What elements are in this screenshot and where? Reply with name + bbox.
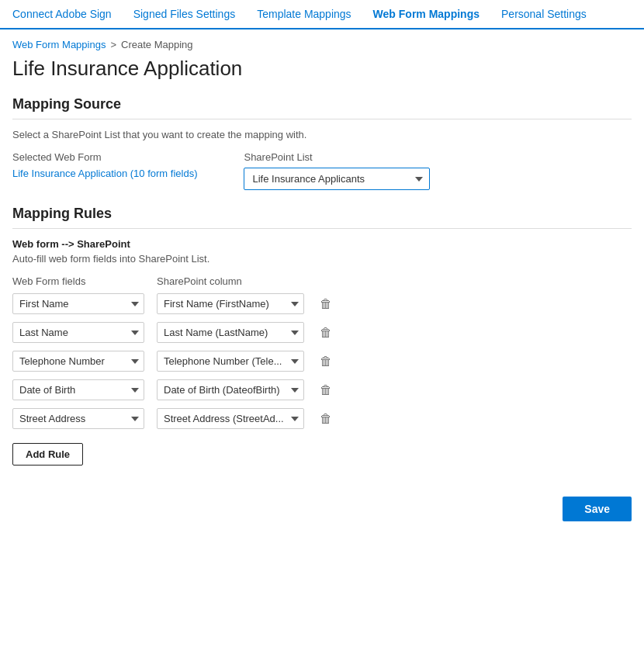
nav-web-form-mappings[interactable]: Web Form Mappings xyxy=(373,8,480,20)
selected-web-form-label: Selected Web Form xyxy=(12,151,197,163)
delete-rule-button-1[interactable]: 🗑 xyxy=(317,295,335,313)
delete-rule-button-5[interactable]: 🗑 xyxy=(317,410,335,428)
sharepoint-column-select-3[interactable]: Telephone Number (Tele... xyxy=(157,351,304,372)
web-form-field-select-1[interactable]: First Name xyxy=(12,293,144,314)
direction-label: Web form --> SharePoint xyxy=(12,238,632,250)
page-title: Life Insurance Application xyxy=(0,54,644,96)
source-right: SharePoint List Life Insurance Applicant… xyxy=(244,151,430,190)
sharepoint-column-header: SharePoint column xyxy=(157,275,304,287)
breadcrumb-parent[interactable]: Web Form Mappings xyxy=(12,39,106,50)
nav-personal-settings[interactable]: Personal Settings xyxy=(501,8,587,20)
web-form-field-select-5[interactable]: Street Address xyxy=(12,408,144,429)
nav-connect-adobe-sign[interactable]: Connect Adobe Sign xyxy=(12,8,112,20)
delete-rule-button-4[interactable]: 🗑 xyxy=(317,381,335,400)
selected-web-form-value: Life Insurance Application (10 form fiel… xyxy=(12,168,197,179)
save-area: Save xyxy=(0,481,644,534)
delete-rule-button-3[interactable]: 🗑 xyxy=(317,352,335,371)
top-nav: Connect Adobe Sign Signed Files Settings… xyxy=(0,0,644,29)
web-form-field-select-4[interactable]: Date of Birth xyxy=(12,379,144,400)
mapping-rules-section: Mapping Rules Web form --> SharePoint Au… xyxy=(0,206,644,481)
source-left: Selected Web Form Life Insurance Applica… xyxy=(12,151,197,179)
nav-template-mappings[interactable]: Template Mappings xyxy=(257,8,351,20)
nav-signed-files-settings[interactable]: Signed Files Settings xyxy=(133,8,236,20)
sharepoint-column-select-5[interactable]: Street Address (StreetAd... xyxy=(157,408,304,429)
breadcrumb: Web Form Mappings > Create Mapping xyxy=(0,29,644,54)
rule-row: Street Address Street Address (StreetAd.… xyxy=(12,408,632,429)
breadcrumb-separator: > xyxy=(110,39,116,50)
sharepoint-column-select-4[interactable]: Date of Birth (DateofBirth) xyxy=(157,379,304,400)
sharepoint-list-label: SharePoint List xyxy=(244,151,430,163)
mapping-rules-title: Mapping Rules xyxy=(12,206,632,229)
breadcrumb-current: Create Mapping xyxy=(121,39,193,50)
mapping-source-row: Selected Web Form Life Insurance Applica… xyxy=(12,151,632,190)
web-form-fields-header: Web Form fields xyxy=(12,275,144,287)
sharepoint-column-select-1[interactable]: First Name (FirstName) xyxy=(157,293,304,314)
save-button[interactable]: Save xyxy=(563,497,632,521)
rule-row: Date of Birth Date of Birth (DateofBirth… xyxy=(12,379,632,400)
rule-row: First Name First Name (FirstName) 🗑 xyxy=(12,293,632,314)
add-rule-button[interactable]: Add Rule xyxy=(12,443,83,466)
rule-row: Last Name Last Name (LastName) 🗑 xyxy=(12,322,632,343)
autofill-label: Auto-fill web form fields into SharePoin… xyxy=(12,253,632,265)
mapping-source-section: Mapping Source Select a SharePoint List … xyxy=(0,96,644,206)
mapping-source-title: Mapping Source xyxy=(12,96,632,119)
web-form-field-select-2[interactable]: Last Name xyxy=(12,322,144,343)
web-form-field-select-3[interactable]: Telephone Number xyxy=(12,351,144,372)
sharepoint-list-select[interactable]: Life Insurance Applicants xyxy=(244,168,430,190)
sharepoint-column-select-2[interactable]: Last Name (LastName) xyxy=(157,322,304,343)
mapping-source-description: Select a SharePoint List that you want t… xyxy=(12,129,632,140)
delete-rule-button-2[interactable]: 🗑 xyxy=(317,324,335,342)
column-headers: Web Form fields SharePoint column xyxy=(12,275,632,287)
rule-row: Telephone Number Telephone Number (Tele.… xyxy=(12,351,632,372)
